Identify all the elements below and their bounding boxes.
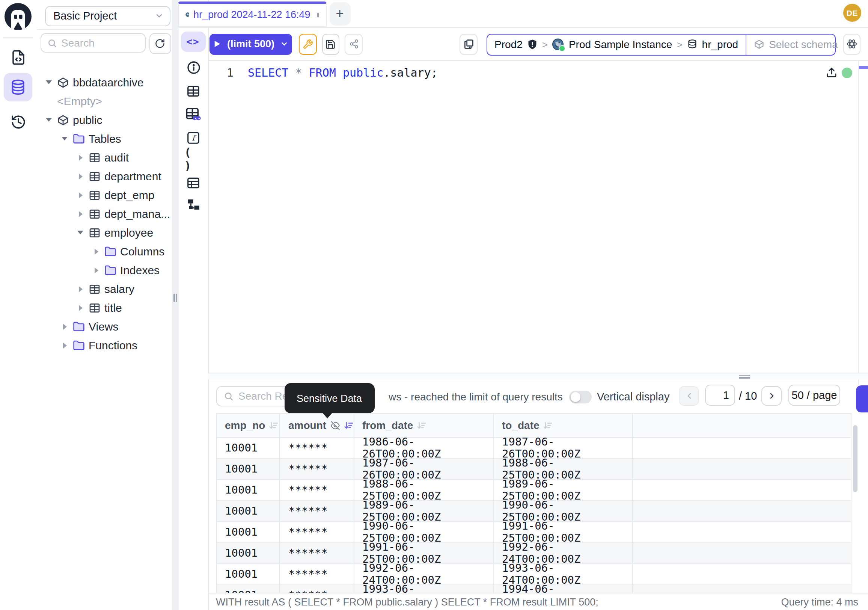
connection-breadcrumb[interactable]: Prod2 > Prod Sample Instance > hr_pr <box>486 33 835 55</box>
breadcrumb-separator: > <box>542 39 548 50</box>
cell-from_date: 1989-06-25T00:00:00Z <box>354 501 494 522</box>
tree-item-title[interactable]: title <box>36 298 172 317</box>
tree-item--empty-[interactable]: <Empty> <box>36 92 172 110</box>
tree-search-input[interactable]: Search <box>40 33 145 53</box>
parentheses-icon[interactable]: ( ) <box>184 150 202 168</box>
panel-resize-handle[interactable] <box>172 0 179 610</box>
avatar[interactable]: DE <box>843 4 861 22</box>
cube-icon <box>57 76 69 88</box>
caret-down-icon[interactable] <box>44 118 53 122</box>
cell-from_date: 1990-06-25T00:00:00Z <box>354 522 494 543</box>
column-header-to_date[interactable]: to_date <box>494 414 633 438</box>
cell-from_date: 1992-06-24T00:00:00Z <box>354 564 494 585</box>
tree-item-indexes[interactable]: Indexes <box>36 261 172 279</box>
editor-top-divider <box>208 60 868 61</box>
tree-item-tables[interactable]: Tables <box>36 129 172 148</box>
upload-icon[interactable] <box>826 67 837 78</box>
tree-item-employee[interactable]: employee <box>36 223 172 242</box>
sort-icon[interactable] <box>269 420 279 430</box>
cell-amount: ****** <box>280 522 354 543</box>
page-number-input[interactable]: 1 <box>705 385 735 405</box>
tree-item-bbdataarchive[interactable]: bbdataarchive <box>36 73 172 92</box>
tree-item-functions[interactable]: Functions <box>36 336 172 355</box>
export-button[interactable] <box>856 385 868 413</box>
worksheet-icon[interactable] <box>4 43 32 71</box>
info-icon[interactable] <box>184 59 202 77</box>
table-row[interactable]: 10001******1991-06-25T00:00:00Z1992-06-2… <box>216 543 851 564</box>
refresh-icon[interactable] <box>149 33 171 54</box>
table-row[interactable]: 10001******1989-06-25T00:00:00Z1990-06-2… <box>216 501 851 522</box>
eye-off-icon[interactable] <box>330 420 340 430</box>
caret-right-icon[interactable] <box>76 305 85 310</box>
sql-token: .salary; <box>383 66 438 79</box>
tree-item-audit[interactable]: audit <box>36 148 172 167</box>
table-row[interactable]: 10001******1987-06-26T00:00:00Z1988-06-2… <box>216 459 851 480</box>
sort-icon[interactable] <box>543 420 553 430</box>
caret-right-icon[interactable] <box>60 342 69 348</box>
run-query-button[interactable]: (limit 500) <box>209 33 292 54</box>
table-icon[interactable] <box>184 82 202 100</box>
cell-from_date: 1993-06-24T00:00:00Z <box>354 585 494 593</box>
caret-right-icon[interactable] <box>76 192 85 198</box>
table-row[interactable]: 10001******1992-06-24T00:00:00Z1993-06-2… <box>216 564 851 585</box>
history-icon[interactable] <box>4 107 32 136</box>
caret-right-icon[interactable] <box>60 323 69 329</box>
caret-right-icon[interactable] <box>91 267 101 273</box>
table-rows-icon[interactable] <box>184 174 202 192</box>
environment-label: Prod2 <box>494 38 522 50</box>
caret-down-icon[interactable] <box>44 81 53 84</box>
ai-assistant-button[interactable] <box>843 34 860 54</box>
table-row[interactable]: 10001******1986-06-26T00:00:00Z1987-06-2… <box>216 438 851 459</box>
format-wrench-button[interactable] <box>298 34 316 54</box>
editor-scrollbar-marker[interactable] <box>859 66 868 69</box>
save-button[interactable] <box>322 34 339 54</box>
worksheet-tab[interactable]: hr_prod 2024-11-22 16:49 <box>178 1 326 27</box>
schema-diagram-icon[interactable] <box>184 196 202 214</box>
caret-right-icon[interactable] <box>76 154 85 160</box>
vertical-display-toggle[interactable] <box>569 390 592 403</box>
folder-icon <box>73 339 85 351</box>
table-row[interactable]: 10001******1993-06-24T00:00:00Z1994-06-2… <box>216 585 851 593</box>
tree-item-public[interactable]: public <box>36 110 172 129</box>
caret-right-icon[interactable] <box>76 173 85 179</box>
cell-emp_no: 10001 <box>216 438 280 459</box>
share-button[interactable] <box>345 34 363 54</box>
batch-query-button[interactable] <box>460 34 477 54</box>
tree-item-dept-emp[interactable]: dept_emp <box>36 186 172 204</box>
app-window: Basic Project Search bbdataarchive<Empty… <box>0 0 868 610</box>
tree-item-views[interactable]: Views <box>36 317 172 336</box>
column-header-emp_no[interactable]: emp_no <box>216 414 280 438</box>
database-nav-icon[interactable] <box>4 73 32 101</box>
results-splitter-handle[interactable] <box>208 373 868 379</box>
results-scrollbar[interactable] <box>853 425 857 492</box>
sql-editor[interactable]: 1 SELECT * FROM public.salary; <box>217 66 438 79</box>
bytebase-logo[interactable] <box>5 3 31 30</box>
sql-token: public <box>343 66 383 79</box>
sort-icon[interactable] <box>344 420 353 430</box>
cell-to_date: 1993-06-24T00:00:00Z <box>494 564 633 585</box>
caret-right-icon[interactable] <box>91 248 101 254</box>
sort-icon[interactable] <box>417 420 426 430</box>
table-icon <box>88 283 101 295</box>
caret-right-icon[interactable] <box>76 286 85 292</box>
tree-item-salary[interactable]: salary <box>36 279 172 298</box>
function-icon[interactable]: f <box>184 129 202 146</box>
caret-down-icon[interactable] <box>60 137 69 140</box>
next-page-button[interactable] <box>761 386 782 406</box>
table-row[interactable]: 10001******1990-06-25T00:00:00Z1991-06-2… <box>216 522 851 543</box>
column-header-from_date[interactable]: from_date <box>354 414 494 438</box>
tree-item-columns[interactable]: Columns <box>36 242 172 261</box>
project-select[interactable]: Basic Project <box>45 6 170 26</box>
caret-down-icon[interactable] <box>76 231 85 234</box>
sql-editor-tab-icon[interactable]: <> <box>181 31 205 51</box>
page-size-select[interactable]: 50 / page <box>788 385 840 405</box>
caret-right-icon[interactable] <box>76 211 85 217</box>
prev-page-button[interactable] <box>679 386 699 406</box>
table-row[interactable]: 10001******1988-06-25T00:00:00Z1989-06-2… <box>216 480 851 501</box>
column-header-amount[interactable]: amount <box>280 414 354 438</box>
masked-table-icon[interactable] <box>184 105 202 123</box>
tree-item-department[interactable]: department <box>36 167 172 186</box>
add-tab-button[interactable]: + <box>329 2 350 26</box>
tree-item-dept-mana-[interactable]: dept_mana... <box>36 204 172 223</box>
schema-select[interactable]: Select schema <box>746 34 845 54</box>
